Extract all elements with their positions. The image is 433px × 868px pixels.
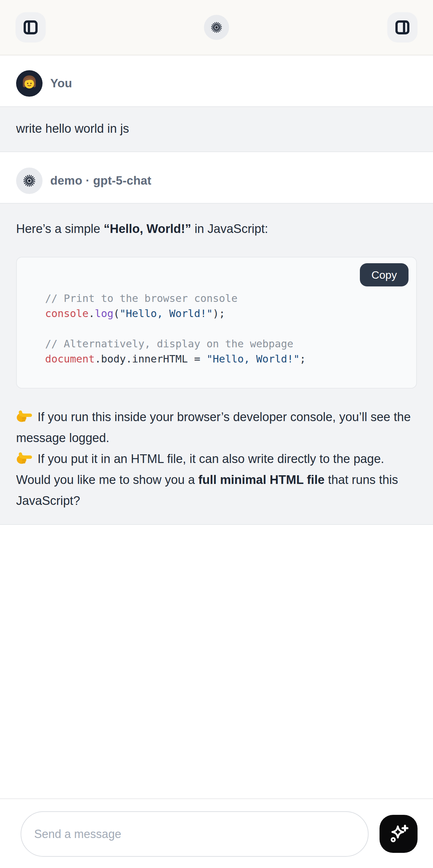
chat-app: You write hello world in js (0, 0, 433, 868)
user-turn-header: You (0, 55, 433, 106)
burst-icon-slot (23, 174, 36, 187)
copy-button[interactable]: Copy (360, 263, 408, 286)
top-bar (0, 0, 433, 55)
assistant-turn-header: demo · gpt-5-chat (0, 152, 433, 203)
empty-scroll-area (0, 525, 433, 798)
person-emoji-icon (19, 73, 39, 93)
panel-right-icon (394, 19, 411, 36)
user-turn: You write hello world in js (0, 55, 433, 152)
assistant-notes-text: If you run this inside your browser’s de… (16, 407, 417, 469)
user-avatar (16, 70, 42, 97)
user-message-text: write hello world in js (16, 120, 417, 137)
user-message: write hello world in js (0, 106, 433, 152)
assistant-name-label: demo · gpt-5-chat (50, 174, 151, 188)
assistant-question-text: Would you like me to show you a full min… (16, 469, 417, 511)
code-text: // Print to the browser console console.… (45, 292, 306, 365)
right-panel-toggle-button[interactable] (387, 12, 417, 42)
sidebar-toggle-button[interactable] (16, 12, 46, 42)
user-name-label: You (50, 77, 72, 90)
send-button[interactable] (379, 815, 417, 853)
assistant-avatar (16, 167, 42, 194)
point-right-emoji-icon (16, 409, 33, 423)
panel-left-icon (22, 19, 39, 36)
burst-icon-slot (211, 22, 222, 33)
code-content: // Print to the browser console console.… (25, 291, 408, 367)
assistant-intro-text: Here’s a simple “Hello, World!” in JavaS… (16, 218, 417, 239)
burst-icon (23, 174, 36, 187)
burst-icon (211, 22, 222, 33)
code-block: Copy // Print to the browser console con… (16, 257, 417, 389)
sparkles-icon (388, 823, 409, 844)
model-button[interactable] (204, 15, 229, 40)
message-input[interactable] (21, 811, 369, 857)
point-right-emoji-icon (16, 451, 33, 465)
composer (0, 798, 433, 868)
assistant-turn: demo · gpt-5-chat Here’s a simple “Hello… (0, 152, 433, 525)
assistant-message: Here’s a simple “Hello, World!” in JavaS… (0, 203, 433, 525)
